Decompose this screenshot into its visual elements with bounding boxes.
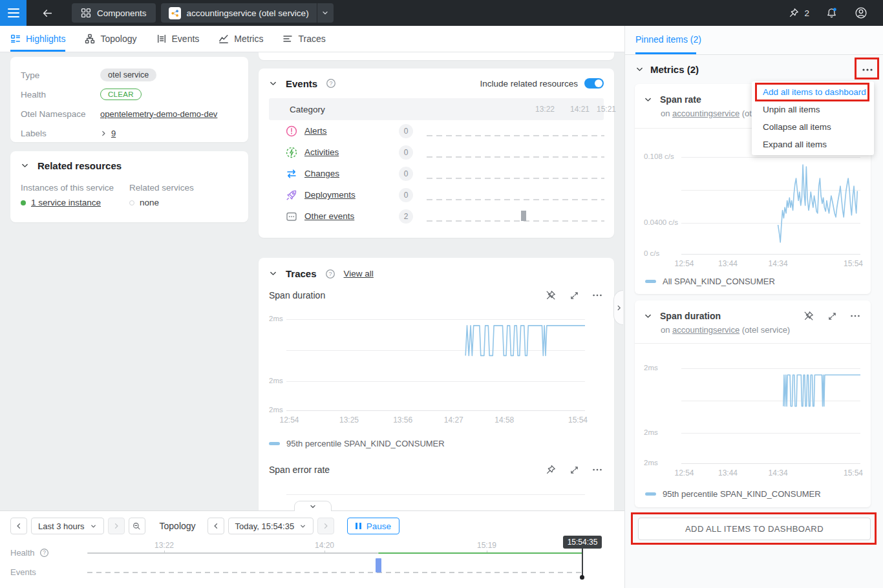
expand-icon[interactable] <box>568 463 580 476</box>
view-all-link[interactable]: View all <box>344 269 374 278</box>
chevron-right-icon <box>615 304 622 311</box>
chevron-down-icon[interactable] <box>635 65 644 74</box>
chevron-down-icon[interactable] <box>269 79 277 88</box>
namespace-link[interactable]: opentelemetry-demo-demo-dev <box>100 109 217 119</box>
time-range-dropdown[interactable]: Last 3 hours <box>31 518 104 534</box>
timeline-collapse-tab[interactable] <box>294 501 332 511</box>
more-options-icon[interactable] <box>591 289 604 302</box>
more-options-icon[interactable] <box>591 463 604 476</box>
entity-tab-dropdown[interactable] <box>317 3 334 23</box>
span-duration-chart: 2ms 2ms 2ms 12:54 13:25 13:56 14:27 14:5… <box>269 319 585 410</box>
chevron-down-icon[interactable] <box>21 162 29 170</box>
unpin-icon[interactable] <box>544 289 557 302</box>
type-label: Type <box>21 70 100 80</box>
expand-icon[interactable] <box>568 289 580 302</box>
time-forward-button[interactable] <box>317 518 334 534</box>
current-time-dropdown[interactable]: Today, 15:54:35 <box>228 518 314 534</box>
help-icon[interactable]: ? <box>39 548 49 558</box>
menu-item-add-all-to-dashboard[interactable]: Add all items to dashboard <box>752 83 874 101</box>
service-instance-link[interactable]: 1 service instance <box>31 198 101 207</box>
time-cursor-line[interactable] <box>582 549 583 576</box>
deployments-count-badge: 0 <box>399 188 413 202</box>
tab-traces[interactable]: Traces <box>282 26 325 52</box>
pinned-items-button[interactable]: 2 <box>784 7 813 19</box>
details-card: Type otel service Health CLEAR Otel Name… <box>10 57 248 142</box>
help-icon[interactable]: ? <box>326 78 336 89</box>
time-column-header: 14:21 <box>570 105 590 114</box>
menu-item-unpin-all[interactable]: Unpin all items <box>752 101 874 118</box>
events-row-label: Events <box>10 567 36 577</box>
alerts-count-badge: 0 <box>399 124 413 138</box>
labels-count-link[interactable]: 9 <box>111 129 116 138</box>
expand-icon[interactable] <box>825 310 838 322</box>
topology-icon <box>85 34 95 44</box>
chevron-down-icon[interactable] <box>644 312 652 320</box>
tab-label: Events <box>172 34 200 44</box>
zoom-out-button[interactable] <box>129 518 145 534</box>
range-back-button[interactable] <box>10 518 27 534</box>
deployments-link[interactable]: Deployments <box>304 190 356 200</box>
event-row-deployments: Deployments 0 <box>259 184 614 205</box>
menu-item-collapse-all[interactable]: Collapse all items <box>752 118 874 136</box>
add-all-items-button[interactable]: ADD ALL ITEMS TO DASHBOARD <box>638 518 871 540</box>
activities-link[interactable]: Activities <box>304 147 339 157</box>
help-icon[interactable]: ? <box>325 269 335 279</box>
events-timeline[interactable] <box>87 572 582 573</box>
components-button[interactable]: Components <box>72 3 156 23</box>
pin-icon[interactable] <box>544 463 557 476</box>
menu-item-expand-all[interactable]: Expand all items <box>752 136 874 153</box>
entity-tab-main[interactable]: accountingservice (otel service) <box>161 3 317 23</box>
event-bar[interactable] <box>521 211 526 221</box>
event-marker[interactable] <box>376 558 381 572</box>
highlights-icon <box>10 34 21 44</box>
tab-events[interactable]: Events <box>156 26 200 52</box>
timeline-tick: 15:19 <box>477 541 496 550</box>
health-status-badge: CLEAR <box>100 89 142 100</box>
metrics-options-menu: Add all items to dashboard Unpin all ite… <box>752 81 874 155</box>
entity-tab[interactable]: accountingservice (otel service) <box>161 3 334 23</box>
hamburger-menu-button[interactable] <box>0 0 27 26</box>
metrics-section-menu-button[interactable] <box>861 63 874 76</box>
bell-icon <box>825 6 838 20</box>
alerts-link[interactable]: Alerts <box>304 126 327 136</box>
alert-icon <box>285 125 298 138</box>
changes-link[interactable]: Changes <box>304 169 339 178</box>
y-axis-label: 2ms <box>269 315 283 322</box>
tab-highlights[interactable]: Highlights <box>10 26 65 52</box>
chevron-down-icon[interactable] <box>644 96 652 104</box>
event-row-activities: Activities 0 <box>259 142 614 163</box>
back-button[interactable] <box>36 0 59 26</box>
main-content: Type otel service Health CLEAR Otel Name… <box>0 52 624 510</box>
related-resources-card: Related resources Instances of this serv… <box>10 151 248 222</box>
chevron-down-icon[interactable] <box>269 269 277 278</box>
time-back-button[interactable] <box>207 518 224 534</box>
other-events-link[interactable]: Other events <box>304 211 354 221</box>
instances-label: Instances of this service <box>21 183 129 193</box>
on-prefix: on <box>661 325 670 335</box>
event-row-other: Other events 2 <box>259 205 614 227</box>
health-timeline-clear[interactable] <box>378 552 582 554</box>
events-icon <box>156 34 167 44</box>
tab-topology[interactable]: Topology <box>85 26 136 52</box>
user-menu-button[interactable] <box>849 0 873 26</box>
pause-button[interactable]: Pause <box>347 518 399 534</box>
active-tab-underline <box>635 52 696 54</box>
time-cursor-dot[interactable] <box>580 575 584 580</box>
unpin-icon[interactable] <box>802 310 815 322</box>
more-options-icon[interactable] <box>849 310 862 322</box>
health-timeline-unknown[interactable] <box>87 552 378 554</box>
components-label: Components <box>97 8 147 18</box>
pinned-items-tab[interactable]: Pinned items (2) <box>635 34 701 45</box>
pin-count: 2 <box>804 8 809 18</box>
service-link[interactable]: accountingservice <box>672 325 739 335</box>
service-link[interactable]: accountingservice <box>672 109 739 118</box>
range-forward-button[interactable] <box>108 518 125 534</box>
notifications-button[interactable] <box>820 0 843 26</box>
tab-metrics[interactable]: Metrics <box>218 26 263 52</box>
panel-collapse-handle[interactable] <box>613 290 623 325</box>
chevron-right-icon[interactable] <box>100 130 107 137</box>
metrics-section-title: Metrics (2) <box>650 64 699 75</box>
tab-label: Metrics <box>234 34 263 44</box>
include-related-toggle[interactable] <box>584 78 604 89</box>
y-axis-label: 2ms <box>644 428 658 436</box>
